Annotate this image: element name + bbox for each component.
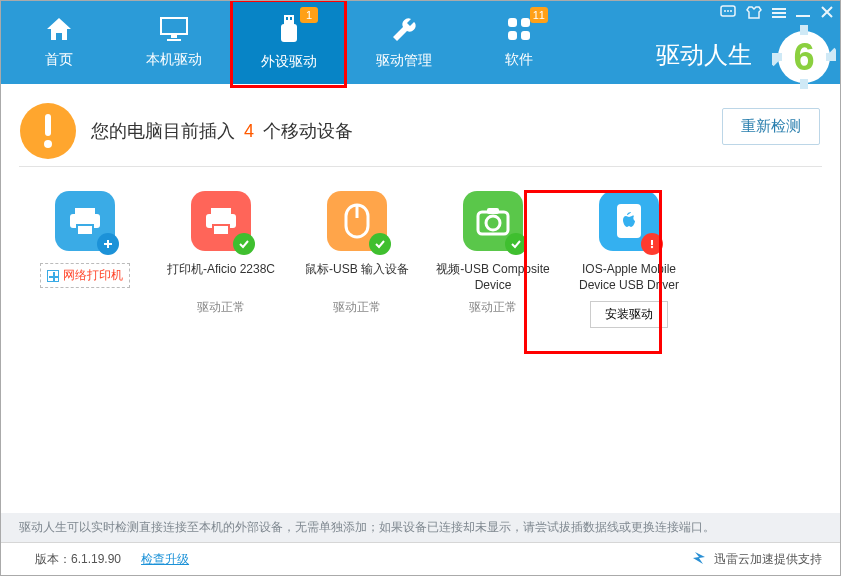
mouse-icon	[327, 191, 387, 251]
svg-rect-35	[213, 225, 229, 235]
device-mouse-title: 鼠标-USB 输入设备	[292, 261, 422, 295]
device-video-title: 视频-USB Composite Device	[428, 261, 558, 295]
tab-software-badge: 11	[530, 7, 548, 23]
usb-icon	[278, 14, 300, 47]
device-printer-status: 驱动正常	[197, 299, 245, 316]
device-video-status: 驱动正常	[469, 299, 517, 316]
svg-rect-30	[75, 208, 95, 214]
svg-rect-7	[508, 18, 517, 27]
warning-icon	[19, 102, 77, 160]
note-text: 驱动人生可以实时检测直接连接至本机的外部设备，无需单独添加；如果设备已连接却未显…	[19, 519, 715, 536]
close-icon[interactable]	[820, 5, 834, 22]
summary-prefix: 您的电脑目前插入	[91, 121, 240, 141]
svg-rect-3	[284, 15, 294, 24]
summary-suffix: 个移动设备	[258, 121, 353, 141]
tab-manage-label: 驱动管理	[376, 52, 432, 70]
svg-point-22	[730, 10, 732, 12]
svg-point-29	[44, 140, 52, 148]
svg-rect-39	[487, 208, 499, 214]
devices-row: 网络打印机 打印机-Aficio 2238C 驱动正常 鼠标-USB 输入设备	[1, 167, 840, 328]
device-printer-title: 打印机-Aficio 2238C	[156, 261, 286, 295]
svg-rect-0	[161, 18, 187, 34]
ok-badge-icon	[233, 233, 255, 255]
add-printer-link[interactable]: 网络打印机	[40, 263, 130, 288]
svg-rect-8	[521, 18, 530, 27]
printer-icon	[191, 191, 251, 251]
error-badge-icon	[641, 233, 663, 255]
svg-rect-5	[290, 17, 292, 20]
summary-count: 4	[244, 121, 254, 141]
svg-point-20	[724, 10, 726, 12]
rescan-button[interactable]: 重新检测	[722, 108, 820, 145]
thunder-icon	[692, 550, 708, 569]
tab-home-label: 首页	[45, 51, 73, 69]
device-ios[interactable]: IOS-Apple Mobile Device USB Driver 安装驱动	[563, 191, 695, 328]
tab-peripheral-badge: 1	[300, 7, 318, 23]
version-label: 版本：6.1.19.90	[35, 551, 121, 568]
device-printer[interactable]: 打印机-Aficio 2238C 驱动正常	[155, 191, 287, 328]
tab-driver-manage[interactable]: 驱动管理	[346, 1, 461, 84]
svg-rect-6	[281, 24, 297, 42]
install-driver-button[interactable]: 安装驱动	[590, 301, 668, 328]
tab-software[interactable]: 软件 11	[461, 1, 576, 84]
tab-local-label: 本机驱动	[146, 51, 202, 69]
plus-icon	[47, 270, 59, 282]
menu-icon[interactable]	[772, 5, 786, 22]
ok-badge-icon	[505, 233, 527, 255]
svg-point-21	[727, 10, 729, 12]
device-ios-title: IOS-Apple Mobile Device USB Driver	[564, 261, 694, 295]
feedback-icon[interactable]	[720, 5, 736, 22]
printer-add-icon	[55, 191, 115, 251]
svg-rect-28	[45, 114, 51, 136]
svg-point-43	[651, 246, 653, 248]
apps-icon	[506, 16, 532, 45]
status-bar: 版本：6.1.19.90 检查升级 迅雷云加速提供支持	[1, 542, 840, 575]
device-mouse-status: 驱动正常	[333, 299, 381, 316]
window-controls	[720, 5, 834, 22]
add-printer-label: 网络打印机	[63, 267, 123, 284]
tablet-icon	[599, 191, 659, 251]
header: 首页 本机驱动 外设驱动 1 驱动管理 软件 11	[1, 1, 840, 84]
tab-home[interactable]: 首页	[1, 1, 116, 84]
accelerator-credit: 迅雷云加速提供支持	[692, 550, 822, 569]
svg-rect-9	[508, 31, 517, 40]
svg-point-40	[486, 216, 500, 230]
tab-local-drivers[interactable]: 本机驱动	[116, 1, 231, 84]
camera-icon	[463, 191, 523, 251]
content-area: 您的电脑目前插入 4 个移动设备 重新检测 网络打印机	[1, 84, 840, 513]
skin-icon[interactable]	[746, 5, 762, 22]
svg-text:6: 6	[793, 36, 814, 78]
tab-peripheral-label: 外设驱动	[261, 53, 317, 71]
device-mouse[interactable]: 鼠标-USB 输入设备 驱动正常	[291, 191, 423, 328]
tab-software-label: 软件	[505, 51, 533, 69]
svg-rect-23	[772, 8, 786, 10]
summary-row: 您的电脑目前插入 4 个移动设备 重新检测	[1, 84, 840, 166]
add-badge-icon	[97, 233, 119, 255]
wrench-icon	[390, 15, 418, 46]
device-add-network-printer[interactable]: 网络打印机	[19, 191, 151, 328]
svg-rect-33	[211, 208, 231, 214]
svg-rect-1	[171, 35, 177, 38]
brand-logo-icon: 6	[772, 25, 836, 92]
svg-rect-10	[521, 31, 530, 40]
summary-text: 您的电脑目前插入 4 个移动设备	[91, 119, 353, 143]
minimize-icon[interactable]	[796, 5, 810, 22]
svg-rect-12	[800, 25, 808, 35]
svg-rect-32	[77, 225, 93, 235]
accel-text: 迅雷云加速提供支持	[714, 551, 822, 568]
home-icon	[45, 16, 73, 45]
svg-rect-42	[651, 240, 653, 245]
monitor-icon	[159, 16, 189, 45]
svg-rect-4	[286, 17, 288, 20]
brand-title: 驱动人生	[656, 39, 752, 71]
svg-rect-26	[796, 15, 810, 17]
device-video[interactable]: 视频-USB Composite Device 驱动正常	[427, 191, 559, 328]
check-upgrade-link[interactable]: 检查升级	[141, 551, 189, 568]
tab-peripheral-drivers[interactable]: 外设驱动 1	[231, 1, 346, 84]
svg-rect-24	[772, 12, 786, 14]
tabs: 首页 本机驱动 外设驱动 1 驱动管理 软件 11	[1, 1, 576, 84]
note-bar: 驱动人生可以实时检测直接连接至本机的外部设备，无需单独添加；如果设备已连接却未显…	[1, 513, 840, 542]
svg-rect-2	[167, 39, 181, 41]
ok-badge-icon	[369, 233, 391, 255]
svg-rect-25	[772, 16, 786, 18]
